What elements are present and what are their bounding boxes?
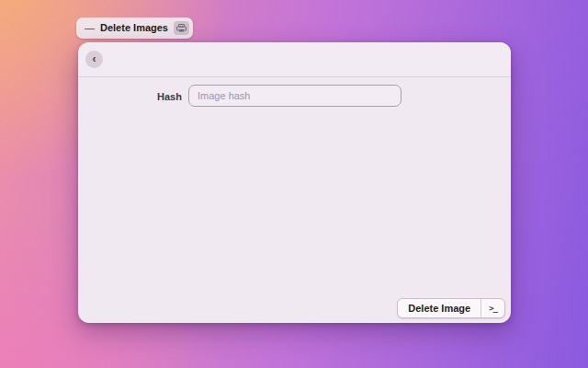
chevron-left-icon: ‹: [93, 53, 96, 64]
hash-label: Hash: [157, 91, 182, 102]
tab-label: Delete Images: [100, 23, 168, 33]
printer-icon: [174, 21, 189, 35]
terminal-icon: >_: [489, 305, 497, 313]
window-body: Hash Delete Image >_: [78, 77, 511, 322]
hash-input[interactable]: [188, 85, 401, 107]
delete-image-button[interactable]: Delete Image: [398, 299, 481, 317]
delete-images-window: ‹ Hash Delete Image >_: [78, 42, 511, 323]
back-button[interactable]: ‹: [85, 51, 103, 68]
window-header: ‹: [78, 42, 511, 77]
action-button-group: Delete Image >_: [397, 298, 505, 318]
tab-delete-images[interactable]: — Delete Images: [76, 17, 193, 39]
tab-dash: —: [85, 23, 95, 33]
terminal-command-button[interactable]: >_: [481, 299, 504, 317]
